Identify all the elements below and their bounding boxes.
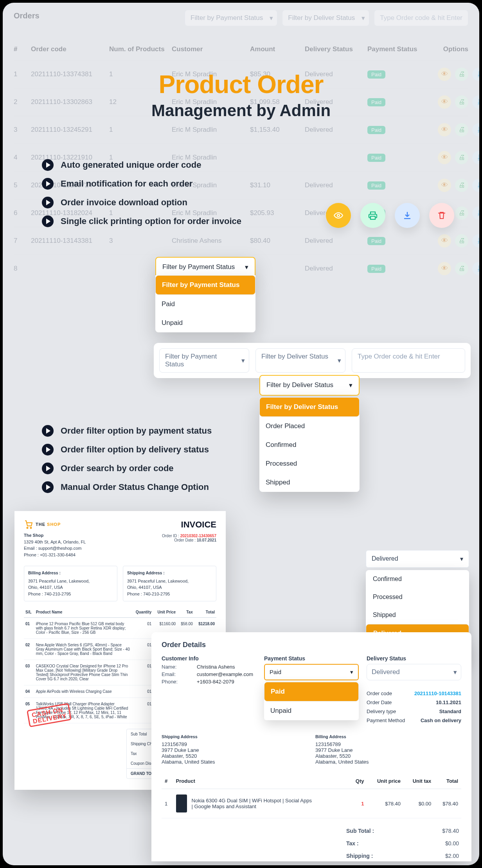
dropdown-option[interactable]: Paid <box>264 682 359 701</box>
view-button[interactable]: 👁 <box>438 151 451 164</box>
play-icon <box>42 178 54 190</box>
filter-payment-select[interactable]: Filter by Payment Status▾ <box>185 10 277 26</box>
print-button[interactable]: 🖨 <box>455 68 468 81</box>
filter-bar: Filter by Payment Status▾ Filter by Deli… <box>154 343 471 378</box>
print-button[interactable]: 🖨 <box>455 234 468 247</box>
chevron-down-icon: ▾ <box>460 555 463 563</box>
print-button[interactable]: 🖨 <box>455 95 468 109</box>
dropdown-option[interactable]: Confirmed <box>259 436 360 454</box>
dropdown-option[interactable]: Processed <box>366 588 469 606</box>
feature-list-1: Auto generated unique order codeEmail no… <box>42 159 241 234</box>
download-button[interactable]: ⭳ <box>472 206 479 220</box>
filter-deliver-select[interactable]: Filter by Deliver Status▾ <box>282 10 369 26</box>
eye-icon <box>334 211 343 220</box>
download-button[interactable]: ⭳ <box>472 262 479 275</box>
tax-label: Tax : <box>346 840 359 846</box>
hero-subtitle: Management by Admin <box>151 101 331 120</box>
addr-l4: Alabama, United States <box>315 759 461 765</box>
col-pay: Payment Status <box>367 45 438 53</box>
order-id-value: 20210302-13430657 <box>180 534 216 538</box>
dropdown-option[interactable]: Unpaid <box>155 314 255 332</box>
download-button[interactable] <box>395 203 420 228</box>
order-search-input[interactable]: Type Order code & hit Enter <box>352 348 465 373</box>
hero: Product Order Management by Admin <box>151 70 331 120</box>
view-button[interactable]: 👁 <box>438 95 451 109</box>
download-button[interactable]: ⭳ <box>472 151 479 164</box>
subtotal-label: Sub Total : <box>346 828 374 834</box>
view-button[interactable]: 👁 <box>438 68 451 81</box>
feature-text: Order invoice download option <box>61 197 187 208</box>
product-thumbnail <box>176 794 187 812</box>
action-pills <box>326 203 454 228</box>
dropdown-option[interactable]: Filter by Deliver Status <box>259 397 360 417</box>
paid-badge: Paid <box>367 98 385 106</box>
view-button[interactable]: 👁 <box>438 262 451 275</box>
filter-deliver-label: Filter by Deliver Status <box>288 14 355 22</box>
col-tax: Unit tax <box>404 773 434 789</box>
dropdown-option[interactable]: Unpaid <box>264 701 359 720</box>
billing-phone: Phone : 740-210-2795 <box>28 591 113 597</box>
col-deliv: Delivery Status <box>305 45 367 53</box>
download-button[interactable]: ⭳ <box>472 123 479 136</box>
billing-line1: 3971 Peaceful Lane, Lakewood, <box>28 578 113 585</box>
view-button[interactable] <box>326 203 351 228</box>
payment-filter-trigger[interactable]: Filter by Payment Status▾ <box>155 257 255 278</box>
print-button[interactable]: 🖨 <box>455 262 468 275</box>
order-id-label: Order ID : <box>162 534 180 538</box>
feature-item: Order invoice download option <box>42 197 241 208</box>
col-sl: S/L <box>24 607 34 618</box>
dropdown-option[interactable]: Paid <box>155 295 255 314</box>
view-button[interactable]: 👁 <box>438 179 451 192</box>
col-prods: Num. of Products <box>109 45 172 53</box>
download-button[interactable]: ⭳ <box>472 68 479 81</box>
play-icon <box>42 444 54 456</box>
paid-badge: Paid <box>367 265 385 273</box>
print-button[interactable]: 🖨 <box>455 179 468 192</box>
feature-item: Order search by order code <box>42 463 212 474</box>
print-button[interactable]: 🖨 <box>455 123 468 136</box>
payment-status-block: Payment Status Paid▾ PaidUnpaid <box>264 655 359 725</box>
print-button[interactable] <box>360 203 385 228</box>
download-icon <box>403 211 412 220</box>
download-button[interactable]: ⭳ <box>472 234 479 247</box>
download-button[interactable]: ⭳ <box>472 95 479 109</box>
dropdown-option[interactable]: Confirmed <box>366 570 469 588</box>
dropdown-option[interactable]: Shipped <box>259 473 360 492</box>
delivery-status-trigger[interactable]: Delivered▾ <box>366 550 469 568</box>
play-icon <box>42 463 54 474</box>
shipping-line2: Ohio, 44107, USA <box>127 584 212 591</box>
hero-title: Product Order <box>151 70 331 99</box>
dropdown-option[interactable]: Processed <box>259 454 360 473</box>
download-button[interactable]: ⭳ <box>472 179 479 192</box>
paid-badge: Paid <box>367 126 385 134</box>
filter-payment-select[interactable]: Filter by Payment Status▾ <box>159 348 249 373</box>
paid-badge: Paid <box>367 70 385 79</box>
invoice-meta: Order ID : 20210302-13430657 Order Date … <box>162 534 216 542</box>
chevron-down-icon: ▾ <box>245 263 248 271</box>
filter-deliver-select[interactable]: Filter by Deliver Status▾ <box>255 348 345 373</box>
order-totals: Sub Total :$78.40 Tax :$0.00 Shipping :$… <box>344 825 461 861</box>
delivery-status-select[interactable]: Delivered▾ <box>367 664 461 680</box>
chevron-down-icon: ▾ <box>453 668 457 676</box>
filter-payment-label: Filter by Payment Status <box>191 14 263 22</box>
search-placeholder: Type Order code & hit Enter <box>358 353 440 360</box>
delete-button[interactable] <box>429 203 454 228</box>
deliver-filter-trigger[interactable]: Filter by Deliver Status▾ <box>259 375 360 396</box>
invoice-title: INVOICE <box>181 520 216 530</box>
addr-l3: Alabaster, 5520 <box>162 753 308 759</box>
cust-name-label: Name: <box>162 664 197 670</box>
view-button[interactable]: 👁 <box>438 234 451 247</box>
view-button[interactable]: 👁 <box>438 123 451 136</box>
print-button[interactable]: 🖨 <box>455 151 468 164</box>
payment-status-select[interactable]: Paid▾ <box>264 664 359 680</box>
shipping-value: $2.00 <box>445 853 459 859</box>
dropdown-option[interactable]: Shipped <box>366 606 469 624</box>
billing-address-box: Billing Address : 3971 Peaceful Lane, La… <box>24 566 117 601</box>
order-search-input[interactable]: Type Order code & hit Enter <box>374 10 468 26</box>
od-shipping-address: Shipping Address 123156789 3977 Duke Lan… <box>162 734 308 765</box>
dropdown-option[interactable]: Order Placed <box>259 417 360 436</box>
dropdown-option[interactable]: Filter by Payment Status <box>155 275 255 295</box>
order-date-label: Order Date <box>367 699 392 705</box>
chevron-down-icon: ▾ <box>241 357 245 365</box>
print-button[interactable]: 🖨 <box>455 206 468 220</box>
